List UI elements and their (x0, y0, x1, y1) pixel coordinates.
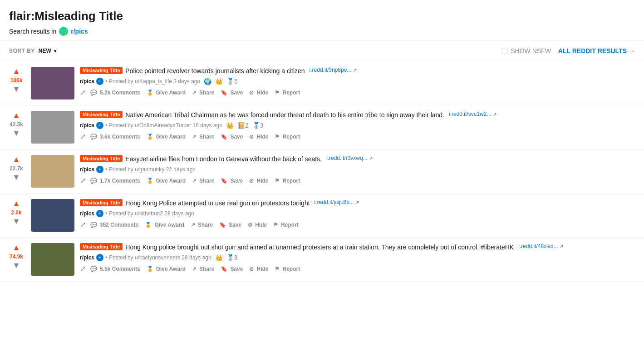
post-thumbnail-4[interactable] (31, 199, 74, 232)
post-author-4: Posted by u/xithebun2 28 days ago (109, 210, 194, 217)
hide-button-3[interactable]: ⊘Hide (246, 176, 271, 186)
post-thumbnail-2[interactable] (31, 111, 74, 144)
result-item-1: ▲106k▼Misleading TitlePolice pointed rev… (0, 61, 644, 105)
downvote-button-2[interactable]: ▼ (12, 129, 20, 138)
post-action-area-1: ⤢💬5.2k Comments🏅Give Award↗Share🔖Save⊘Hi… (80, 88, 637, 98)
page-title: flair:Misleading Title (9, 9, 635, 23)
expand-button-3[interactable]: ⤢ (80, 176, 86, 185)
give-award-button-3[interactable]: 🏅Give Award (144, 176, 188, 186)
post-thumbnail-5[interactable] (31, 243, 74, 276)
save-button-3[interactable]: 🔖Save (218, 176, 246, 186)
report-button-3[interactable]: ⚑Report (272, 176, 303, 186)
give-award-button-4[interactable]: 🏅Give Award (142, 220, 187, 230)
post-author-2: Posted by u/OofImAlreadyaTracer 18 days … (109, 122, 222, 129)
downvote-button-4[interactable]: ▼ (12, 217, 20, 226)
content-col-2: Misleading TitleNative American Tribal C… (80, 111, 637, 142)
expand-button-5[interactable]: ⤢ (80, 264, 86, 273)
post-domain-2[interactable]: i.redd.it/svu1w2... ↗ (449, 111, 497, 117)
post-title-1[interactable]: Police pointed revolver towards journali… (125, 67, 305, 76)
award-icon-silver: 🥈3 (226, 254, 238, 261)
post-domain-5[interactable]: i.redd.it/48xlvo... ↗ (518, 243, 563, 249)
report-button-1[interactable]: ⚑Report (272, 88, 303, 98)
post-meta-3: r/pics+•Posted by u/gapmunky 22 days ago (80, 166, 637, 173)
post-title-line-3: Misleading TitleEasyJet airline flies fr… (80, 155, 637, 164)
post-action-area-3: ⤢💬1.7k Comments🏅Give Award↗Share🔖Save⊘Hi… (80, 176, 637, 186)
comments-button-5[interactable]: 💬5.5k Comments (88, 264, 143, 274)
share-button-2[interactable]: ↗Share (189, 132, 217, 142)
post-thumbnail-3[interactable] (31, 155, 74, 188)
post-title-3[interactable]: EasyJet airline flies from London to Gen… (125, 155, 322, 164)
post-action-area-2: ⤢💬3.6k Comments🏅Give Award↗Share🔖Save⊘Hi… (80, 132, 637, 142)
all-reddit-results-button[interactable]: ALL REDDIT RESULTS → (558, 47, 635, 55)
vote-count-5: 74.9k (10, 254, 23, 260)
comments-button-1[interactable]: 💬5.2k Comments (88, 88, 143, 98)
save-button-2[interactable]: 🔖Save (218, 132, 246, 142)
post-subreddit-2[interactable]: r/pics (80, 122, 94, 129)
hide-button-4[interactable]: ⊘Hide (245, 220, 270, 230)
give-award-button-5[interactable]: 🏅Give Award (144, 264, 188, 274)
post-domain-1[interactable]: i.redd.it/3np8pe... ↗ (310, 67, 357, 73)
comments-button-2[interactable]: 💬3.6k Comments (88, 132, 143, 142)
subscribe-button-2[interactable]: + (96, 122, 103, 129)
vote-col-5: ▲74.9k▼ (7, 243, 25, 270)
post-subreddit-4[interactable]: r/pics (80, 210, 94, 217)
expand-button-4[interactable]: ⤢ (80, 220, 86, 229)
chevron-down-icon: ▼ (53, 49, 58, 54)
action-row-1: 💬5.2k Comments🏅Give Award↗Share🔖Save⊘Hid… (88, 88, 303, 98)
post-subreddit-5[interactable]: r/pics (80, 254, 94, 261)
share-button-5[interactable]: ↗Share (189, 264, 217, 274)
flair-badge-2: Misleading Title (80, 111, 123, 118)
post-title-5[interactable]: Hong Kong police brought out shot gun an… (125, 243, 514, 252)
post-subreddit-1[interactable]: r/pics (80, 78, 94, 85)
vote-count-2: 42.5k (10, 121, 23, 128)
action-row-5: 💬5.5k Comments🏅Give Award↗Share🔖Save⊘Hid… (88, 264, 303, 274)
upvote-button-1[interactable]: ▲ (12, 67, 20, 76)
nsfw-toggle-label[interactable]: SHOW NSFW (501, 47, 551, 55)
upvote-button-3[interactable]: ▲ (12, 155, 20, 164)
hide-button-2[interactable]: ⊘Hide (246, 132, 271, 142)
subscribe-button-4[interactable]: + (96, 210, 103, 217)
post-title-line-1: Misleading TitlePolice pointed revolver … (80, 67, 637, 76)
give-award-button-1[interactable]: 🏅Give Award (144, 88, 188, 98)
subreddit-link[interactable]: r/pics (71, 28, 88, 35)
save-button-4[interactable]: 🔖Save (216, 220, 244, 230)
report-button-5[interactable]: ⚑Report (272, 264, 303, 274)
comments-button-3[interactable]: 💬1.7k Comments (88, 176, 143, 186)
post-title-4[interactable]: Hong Kong Police attempted to use real g… (125, 199, 310, 208)
share-button-4[interactable]: ↗Share (188, 220, 216, 230)
flair-badge-1: Misleading Title (80, 67, 123, 74)
upvote-button-2[interactable]: ▲ (12, 111, 20, 120)
subscribe-button-1[interactable]: + (96, 78, 103, 85)
subscribe-button-5[interactable]: + (96, 254, 103, 261)
post-meta-1: r/pics+•Posted by u/Kappa_is_life 3 days… (80, 78, 637, 85)
downvote-button-3[interactable]: ▼ (12, 173, 20, 182)
expand-button-1[interactable]: ⤢ (80, 88, 86, 97)
vote-col-1: ▲106k▼ (7, 67, 25, 94)
post-domain-3[interactable]: i.redd.it/r3vxwq... ↗ (326, 155, 373, 161)
sort-by-section: SORT BY NEW ▼ (9, 48, 58, 54)
hide-button-5[interactable]: ⊘Hide (246, 264, 271, 274)
post-thumbnail-1[interactable] (31, 67, 74, 99)
save-button-1[interactable]: 🔖Save (218, 88, 246, 98)
nsfw-checkbox[interactable] (501, 48, 508, 54)
report-button-2[interactable]: ⚑Report (272, 132, 303, 142)
downvote-button-5[interactable]: ▼ (12, 261, 20, 270)
post-domain-4[interactable]: i.redd.it/ysju8b... ↗ (315, 199, 359, 205)
comments-button-4[interactable]: 💬352 Comments (88, 220, 141, 230)
post-title-2[interactable]: Native American Tribal Chairman as he wa… (125, 111, 444, 120)
upvote-button-5[interactable]: ▲ (12, 243, 20, 253)
hide-button-1[interactable]: ⊘Hide (246, 88, 271, 98)
downvote-button-1[interactable]: ▼ (12, 85, 20, 94)
award-icon-crown: 👑 (215, 254, 223, 261)
save-button-5[interactable]: 🔖Save (218, 264, 246, 274)
subscribe-button-3[interactable]: + (96, 166, 103, 173)
report-button-4[interactable]: ⚑Report (270, 220, 301, 230)
share-button-1[interactable]: ↗Share (189, 88, 217, 98)
sort-dropdown-button[interactable]: NEW ▼ (39, 48, 58, 54)
post-subreddit-3[interactable]: r/pics (80, 166, 94, 173)
upvote-button-4[interactable]: ▲ (12, 199, 20, 209)
share-button-3[interactable]: ↗Share (189, 176, 217, 186)
expand-button-2[interactable]: ⤢ (80, 132, 86, 141)
award-icon-book: 📔2 (237, 122, 249, 129)
give-award-button-2[interactable]: 🏅Give Award (144, 132, 188, 142)
